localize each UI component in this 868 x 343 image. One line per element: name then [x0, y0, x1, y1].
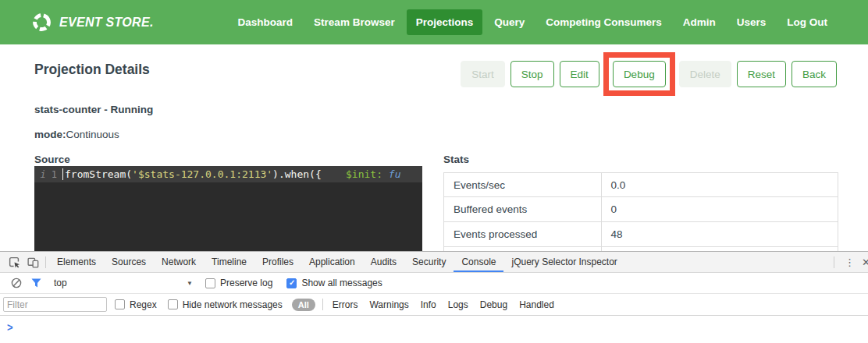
line-number: 1 [52, 169, 57, 180]
devtools-panel: ElementsSourcesNetworkTimelineProfilesAp… [0, 251, 868, 343]
nav-item-admin[interactable]: Admin [674, 9, 725, 35]
code-token: fu [382, 168, 400, 180]
brand-text: EVENT STORE. [59, 16, 154, 30]
nav-item-competing-consumers[interactable]: Competing Consumers [536, 9, 671, 35]
level-filter-all[interactable]: All [292, 299, 315, 311]
checkbox-icon [286, 278, 297, 288]
mode-value: Continuous [66, 129, 119, 140]
eventstore-logo[interactable]: EVENT STORE. [31, 12, 154, 33]
devtools-tabs: ElementsSourcesNetworkTimelineProfilesAp… [49, 252, 625, 272]
projection-mode: mode:Continuous [34, 129, 119, 140]
tab-timeline[interactable]: Timeline [204, 252, 254, 272]
code-token: ).when({ [272, 168, 322, 180]
edit-button[interactable]: Edit [560, 61, 599, 87]
stats-table-row: Events processed48 [443, 222, 838, 247]
tab-network[interactable]: Network [154, 252, 204, 272]
toolbar-separator [322, 299, 323, 310]
stats-row-value: 0.0 [602, 173, 626, 196]
code-token [322, 168, 346, 180]
level-filter-warnings[interactable]: Warnings [369, 299, 408, 310]
regex-label: Regex [130, 299, 157, 310]
stats-table-row: Buffered events0 [443, 197, 838, 222]
preserve-log-checkbox[interactable]: Preserve log [205, 278, 272, 288]
projection-status: stats-counter - Running [34, 104, 153, 115]
checkbox-icon [115, 299, 125, 309]
stats-table-row: Events/sec0.0 [443, 172, 838, 197]
preserve-log-label: Preserve log [220, 278, 272, 288]
devtools-tabbar-right: ⋮ ✕ [831, 252, 868, 272]
stats-row-label: Events processed [444, 222, 602, 246]
source-code-editor[interactable]: i 1 fromStream('$stats-127.0.0.1:2113').… [34, 166, 422, 251]
main-nav: DashboardStream BrowserProjectionsQueryC… [229, 9, 837, 35]
action-buttons: StartStopEditDebugDeleteResetBack [461, 61, 837, 87]
toolbar-separator [45, 256, 46, 268]
editor-gutter: i 1 [34, 169, 62, 180]
mode-label: mode: [34, 129, 66, 140]
hide-network-checkbox[interactable]: Hide network messages [168, 299, 283, 310]
clear-console-icon[interactable] [6, 273, 27, 293]
nav-item-query[interactable]: Query [485, 9, 534, 35]
start-button: Start [461, 61, 505, 87]
tab-application[interactable]: Application [301, 252, 363, 272]
show-all-messages-checkbox[interactable]: Show all messages [286, 278, 382, 288]
stop-button[interactable]: Stop [510, 61, 554, 87]
regex-checkbox[interactable]: Regex [115, 299, 157, 310]
debug-button[interactable]: Debug [613, 61, 666, 87]
nav-item-stream-browser[interactable]: Stream Browser [304, 9, 404, 35]
tab-security[interactable]: Security [404, 252, 454, 272]
checkbox-icon [168, 299, 178, 309]
toolbar-separator [834, 256, 834, 268]
tab-profiles[interactable]: Profiles [254, 252, 301, 272]
console-level-filters: ErrorsWarningsInfoLogsDebugHandled [333, 299, 554, 310]
devtools-close-icon[interactable]: ✕ [862, 256, 868, 268]
nav-item-users[interactable]: Users [727, 9, 776, 35]
nav-item-projections[interactable]: Projections [407, 9, 483, 35]
tab-sources[interactable]: Sources [104, 252, 154, 272]
devtools-tabbar: ElementsSourcesNetworkTimelineProfilesAp… [0, 252, 868, 273]
frame-context-value: top [54, 278, 67, 288]
tab-jquery-selector-inspector[interactable]: jQuery Selector Inspector [503, 252, 624, 272]
stats-row-value: 48 [602, 222, 623, 246]
checkbox-icon [205, 278, 215, 288]
console-filter-input[interactable] [3, 297, 107, 312]
hide-network-label: Hide network messages [183, 299, 283, 310]
back-button[interactable]: Back [792, 61, 837, 87]
code-token: fromStream( [65, 168, 132, 180]
page-content: Projection Details StartStopEditDebugDel… [0, 44, 868, 251]
filter-icon[interactable] [27, 273, 46, 293]
stats-table: Events/sec0.0Buffered events0Events proc… [443, 172, 838, 251]
source-heading: Source [34, 154, 70, 165]
console-toolbar: top ▼ Preserve log Show all messages [0, 273, 868, 294]
nav-item-log-out[interactable]: Log Out [777, 9, 837, 35]
code-token: '$stats-127.0.0.1:2113' [132, 168, 272, 180]
chevron-down-icon: ▼ [187, 280, 193, 287]
stats-row-label: Buffered events [444, 197, 602, 221]
level-filter-debug[interactable]: Debug [480, 299, 507, 310]
stats-row-value: 0 [602, 197, 617, 221]
tab-console[interactable]: Console [454, 252, 503, 272]
top-navbar: EVENT STORE. DashboardStream BrowserProj… [0, 0, 868, 44]
stats-heading: Stats [443, 154, 469, 165]
level-filter-handled[interactable]: Handled [519, 299, 554, 310]
console-filterbar: Regex Hide network messages All ErrorsWa… [0, 294, 868, 316]
level-filter-info[interactable]: Info [421, 299, 436, 310]
prompt-chevron-icon: > [7, 320, 13, 334]
frame-context-select[interactable]: top ▼ [54, 278, 193, 288]
code-line-content: fromStream('$stats-127.0.0.1:2113').when… [62, 168, 401, 180]
level-filter-logs[interactable]: Logs [448, 299, 468, 310]
console-prompt[interactable]: > [0, 316, 868, 343]
delete-button: Delete [679, 61, 731, 87]
nav-item-dashboard[interactable]: Dashboard [229, 9, 303, 35]
reset-button[interactable]: Reset [737, 61, 786, 87]
page-title: Projection Details [34, 62, 150, 78]
tab-audits[interactable]: Audits [363, 252, 404, 272]
stats-row-label: Events/sec [444, 173, 602, 196]
level-filter-errors[interactable]: Errors [333, 299, 358, 310]
devtools-menu-icon[interactable]: ⋮ [838, 256, 862, 268]
show-all-messages-label: Show all messages [301, 278, 382, 288]
tab-elements[interactable]: Elements [49, 252, 104, 272]
code-line: i 1 fromStream('$stats-127.0.0.1:2113').… [34, 166, 422, 182]
device-toolbar-icon[interactable] [23, 252, 42, 272]
inspect-element-icon[interactable] [5, 252, 23, 272]
gutter-info-icon: i [41, 169, 46, 180]
